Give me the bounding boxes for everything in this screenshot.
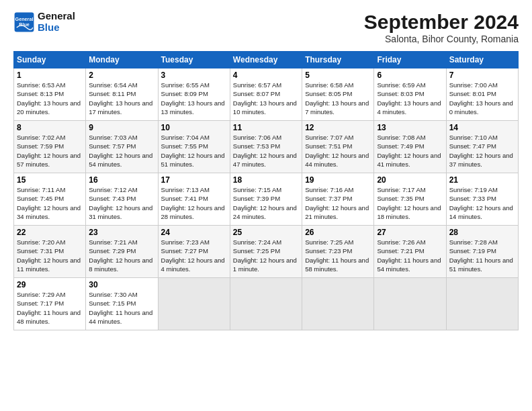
calendar-cell: 27 Sunrise: 7:26 AMSunset: 7:21 PMDaylig… [374, 226, 446, 278]
calendar-cell: 15 Sunrise: 7:11 AMSunset: 7:45 PMDaylig… [14, 173, 86, 226]
logo-text: General Blue [38, 11, 75, 33]
calendar-cell: 25 Sunrise: 7:24 AMSunset: 7:25 PMDaylig… [230, 226, 302, 278]
svg-text:Blue: Blue [19, 21, 30, 28]
calendar-cell: 17 Sunrise: 7:13 AMSunset: 7:41 PMDaylig… [158, 173, 230, 226]
logo: General Blue General Blue [13, 11, 75, 33]
calendar-cell: 10 Sunrise: 7:04 AMSunset: 7:55 PMDaylig… [158, 121, 230, 173]
calendar-cell: 24 Sunrise: 7:23 AMSunset: 7:27 PMDaylig… [158, 226, 230, 278]
calendar-cell: 19 Sunrise: 7:16 AMSunset: 7:37 PMDaylig… [302, 173, 374, 226]
calendar-cell: 4 Sunrise: 6:57 AMSunset: 8:07 PMDayligh… [230, 68, 302, 121]
calendar-cell-empty [230, 278, 302, 330]
calendar-cell: 21 Sunrise: 7:19 AMSunset: 7:33 PMDaylig… [446, 173, 518, 226]
calendar-cell: 30 Sunrise: 7:30 AMSunset: 7:15 PMDaylig… [86, 278, 158, 330]
calendar-cell: 28 Sunrise: 7:28 AMSunset: 7:19 PMDaylig… [446, 226, 518, 278]
col-friday: Friday [374, 52, 446, 68]
calendar-cell: 14 Sunrise: 7:10 AMSunset: 7:47 PMDaylig… [446, 121, 518, 173]
calendar-header-row: Sunday Monday Tuesday Wednesday Thursday… [14, 52, 519, 68]
calendar-cell: 3 Sunrise: 6:55 AMSunset: 8:09 PMDayligh… [158, 68, 230, 121]
calendar-table: Sunday Monday Tuesday Wednesday Thursday… [13, 51, 519, 330]
calendar-cell-empty [446, 278, 518, 330]
title-block: September 2024 Salonta, Bihor County, Ro… [364, 11, 519, 44]
calendar-cell: 1 Sunrise: 6:53 AMSunset: 8:13 PMDayligh… [14, 68, 86, 121]
calendar-cell: 23 Sunrise: 7:21 AMSunset: 7:29 PMDaylig… [86, 226, 158, 278]
page-title: September 2024 [364, 11, 519, 34]
col-tuesday: Tuesday [158, 52, 230, 68]
calendar-cell: 6 Sunrise: 6:59 AMSunset: 8:03 PMDayligh… [374, 68, 446, 121]
calendar-cell-empty [158, 278, 230, 330]
table-row: 22 Sunrise: 7:20 AMSunset: 7:31 PMDaylig… [14, 226, 519, 278]
calendar-cell-empty [302, 278, 374, 330]
calendar-cell: 26 Sunrise: 7:25 AMSunset: 7:23 PMDaylig… [302, 226, 374, 278]
calendar-cell: 12 Sunrise: 7:07 AMSunset: 7:51 PMDaylig… [302, 121, 374, 173]
table-row: 1 Sunrise: 6:53 AMSunset: 8:13 PMDayligh… [14, 68, 519, 121]
calendar-page: General Blue General Blue September 2024… [0, 0, 532, 411]
table-row: 29 Sunrise: 7:29 AMSunset: 7:17 PMDaylig… [14, 278, 519, 330]
calendar-cell: 18 Sunrise: 7:15 AMSunset: 7:39 PMDaylig… [230, 173, 302, 226]
calendar-cell: 7 Sunrise: 7:00 AMSunset: 8:01 PMDayligh… [446, 68, 518, 121]
page-subtitle: Salonta, Bihor County, Romania [364, 34, 519, 44]
calendar-cell: 22 Sunrise: 7:20 AMSunset: 7:31 PMDaylig… [14, 226, 86, 278]
table-row: 8 Sunrise: 7:02 AMSunset: 7:59 PMDayligh… [14, 121, 519, 173]
calendar-cell: 8 Sunrise: 7:02 AMSunset: 7:59 PMDayligh… [14, 121, 86, 173]
logo-icon: General Blue [13, 11, 35, 33]
col-saturday: Saturday [446, 52, 518, 68]
calendar-cell: 16 Sunrise: 7:12 AMSunset: 7:43 PMDaylig… [86, 173, 158, 226]
table-row: 15 Sunrise: 7:11 AMSunset: 7:45 PMDaylig… [14, 173, 519, 226]
calendar-cell: 29 Sunrise: 7:29 AMSunset: 7:17 PMDaylig… [14, 278, 86, 330]
calendar-cell-empty [374, 278, 446, 330]
calendar-cell: 20 Sunrise: 7:17 AMSunset: 7:35 PMDaylig… [374, 173, 446, 226]
calendar-cell: 13 Sunrise: 7:08 AMSunset: 7:49 PMDaylig… [374, 121, 446, 173]
calendar-cell: 5 Sunrise: 6:58 AMSunset: 8:05 PMDayligh… [302, 68, 374, 121]
header: General Blue General Blue September 2024… [13, 11, 519, 44]
col-sunday: Sunday [14, 52, 86, 68]
col-wednesday: Wednesday [230, 52, 302, 68]
calendar-cell: 11 Sunrise: 7:06 AMSunset: 7:53 PMDaylig… [230, 121, 302, 173]
calendar-cell: 9 Sunrise: 7:03 AMSunset: 7:57 PMDayligh… [86, 121, 158, 173]
calendar-cell: 2 Sunrise: 6:54 AMSunset: 8:11 PMDayligh… [86, 68, 158, 121]
col-monday: Monday [86, 52, 158, 68]
col-thursday: Thursday [302, 52, 374, 68]
